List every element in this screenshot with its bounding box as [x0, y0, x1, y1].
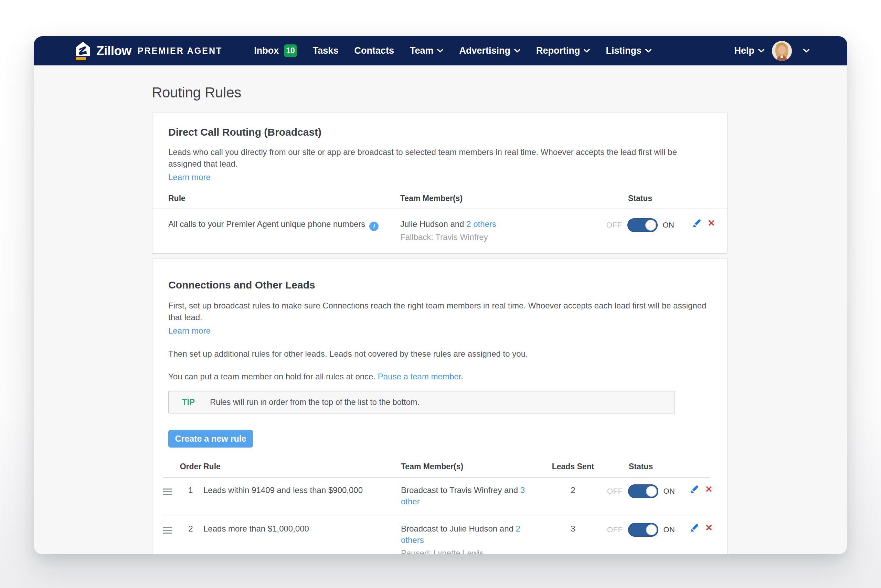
- nav-item-help[interactable]: Help: [734, 45, 764, 56]
- nav-item-advertising[interactable]: Advertising: [459, 45, 520, 56]
- drag-handle-icon[interactable]: [163, 484, 178, 495]
- account-chevron-down-icon[interactable]: [803, 49, 809, 52]
- toggle-knob: [646, 524, 657, 536]
- nav-item-label: Listings: [606, 45, 641, 56]
- delete-x-icon[interactable]: ✕: [707, 219, 715, 228]
- edit-pencil-icon[interactable]: [692, 218, 702, 228]
- nav-item-label: Contacts: [354, 45, 394, 56]
- rule-text: All calls to your Premier Agent unique p…: [168, 219, 365, 229]
- rule-cell: Leads more than $1,000,000: [204, 523, 401, 534]
- nav-menu: Inbox 10 Tasks Contacts Team Advertising: [254, 44, 652, 57]
- nav-item-label: Help: [734, 45, 754, 56]
- nav-item-label: Tasks: [313, 45, 339, 56]
- direct-call-learn-more-link[interactable]: Learn more: [168, 172, 211, 182]
- inbox-count-badge: 10: [284, 44, 297, 57]
- nav-item-listings[interactable]: Listings: [606, 45, 652, 56]
- chevron-down-icon: [437, 49, 443, 52]
- on-label: ON: [664, 525, 675, 534]
- status-cell: OFF ON: [597, 484, 690, 498]
- chevron-down-icon: [645, 49, 652, 52]
- status-cell: OFF ON: [606, 218, 692, 232]
- nav-item-label: Inbox: [254, 45, 279, 56]
- rule-cell: Leads within 91409 and less than $900,00…: [204, 484, 401, 496]
- tip-box: TIP Rules will run in order from the top…: [168, 391, 675, 414]
- col-header-rule: Rule: [168, 194, 400, 203]
- col-header-status: Status: [597, 462, 690, 471]
- direct-call-routing-card: Direct Call Routing (Broadcast) Leads wh…: [152, 112, 728, 254]
- status-cell: OFF ON: [597, 523, 690, 537]
- nav-item-inbox[interactable]: Inbox 10: [254, 44, 297, 57]
- nav-item-team[interactable]: Team: [410, 45, 443, 56]
- nav-item-label: Advertising: [459, 45, 510, 56]
- create-new-rule-button[interactable]: Create a new rule: [168, 430, 253, 447]
- col-header-order: Order: [178, 462, 204, 471]
- table-row: 2 Leads more than $1,000,000 Broadcast t…: [163, 515, 710, 554]
- chevron-down-icon: [758, 49, 764, 52]
- team-cell: Julie Hudson and 2 others Fallback: Trav…: [400, 218, 606, 243]
- info-icon[interactable]: i: [369, 222, 379, 231]
- team-cell: Broadcast to Julie Hudson and 2 others P…: [401, 523, 549, 554]
- tip-label: TIP: [182, 398, 195, 407]
- nav-item-tasks[interactable]: Tasks: [313, 45, 339, 56]
- team-cell: Broadcast to Travis Winfrey and 3 other: [401, 484, 549, 507]
- leads-sent-cell: 2: [549, 484, 597, 496]
- team-others-link[interactable]: 2 others: [466, 219, 496, 229]
- delete-x-icon[interactable]: ✕: [705, 485, 713, 494]
- col-header-leads-sent: Leads Sent: [549, 462, 597, 471]
- row-actions: ✕: [692, 218, 715, 228]
- nav-item-contacts[interactable]: Contacts: [354, 45, 394, 56]
- status-toggle[interactable]: [628, 523, 658, 537]
- connections-p3: You can put a team member on hold for al…: [168, 371, 711, 382]
- edit-pencil-icon[interactable]: [690, 484, 699, 494]
- toggle-knob: [645, 220, 656, 231]
- app-window: Zillow PREMIER AGENT Inbox 10 Tasks Cont…: [34, 36, 847, 554]
- nav-item-reporting[interactable]: Reporting: [536, 45, 590, 56]
- connections-card: Connections and Other Leads First, set u…: [152, 258, 728, 554]
- zillow-premier-agent-logo[interactable]: Zillow PREMIER AGENT: [75, 41, 222, 61]
- on-label: ON: [664, 487, 675, 496]
- nav-item-label: Team: [410, 45, 434, 56]
- row-actions: ✕: [690, 523, 713, 532]
- table-row: 1 Leads within 91409 and less than $900,…: [163, 477, 710, 514]
- direct-call-heading: Direct Call Routing (Broadcast): [168, 126, 711, 138]
- p3-period: .: [461, 372, 463, 381]
- connections-heading: Connections and Other Leads: [168, 279, 711, 291]
- chevron-down-icon: [584, 49, 590, 52]
- leads-sent-cell: 3: [549, 523, 597, 534]
- order-cell: 1: [178, 484, 204, 496]
- pause-team-member-link[interactable]: Pause a team member: [378, 372, 461, 381]
- direct-call-description: Leads who call you directly from our sit…: [168, 146, 711, 170]
- drag-handle-icon[interactable]: [163, 523, 178, 534]
- page-title: Routing Rules: [152, 84, 847, 101]
- top-navbar: Zillow PREMIER AGENT Inbox 10 Tasks Cont…: [34, 36, 847, 65]
- brand-suffix: PREMIER AGENT: [138, 46, 222, 56]
- on-label: ON: [663, 220, 674, 230]
- status-toggle[interactable]: [628, 484, 658, 498]
- user-avatar[interactable]: [772, 41, 792, 61]
- delete-x-icon[interactable]: ✕: [705, 523, 713, 532]
- status-toggle[interactable]: [627, 218, 658, 232]
- team-text: Julie Hudson and: [400, 219, 464, 229]
- off-label: OFF: [607, 487, 623, 496]
- team-text: Broadcast to Travis Winfrey and: [401, 485, 518, 495]
- fallback-text: Fallback: Travis Winfrey: [400, 231, 593, 243]
- col-header-team: Team Member(s): [400, 194, 606, 203]
- off-label: OFF: [606, 220, 622, 230]
- nav-right-group: Help: [734, 41, 809, 61]
- order-cell: 2: [178, 523, 204, 534]
- off-label: OFF: [607, 525, 623, 534]
- col-header-rule: Rule: [204, 462, 401, 471]
- chevron-down-icon: [514, 49, 520, 52]
- table-row: All calls to your Premier Agent unique p…: [153, 209, 727, 253]
- toggle-knob: [646, 486, 657, 497]
- paused-text: Paused: Lynette Lewis: [401, 548, 542, 554]
- team-text: Broadcast to Julie Hudson and: [401, 524, 514, 533]
- brand-name: Zillow: [96, 44, 132, 58]
- connections-p1: First, set up broadcast rules to make su…: [168, 300, 711, 323]
- zillow-house-icon: [75, 41, 91, 61]
- col-header-status: Status: [606, 194, 692, 203]
- connections-learn-more-link[interactable]: Learn more: [168, 326, 211, 336]
- connections-p2: Then set up additional rules for other l…: [168, 348, 711, 360]
- rule-cell: All calls to your Premier Agent unique p…: [168, 218, 400, 231]
- edit-pencil-icon[interactable]: [690, 523, 699, 532]
